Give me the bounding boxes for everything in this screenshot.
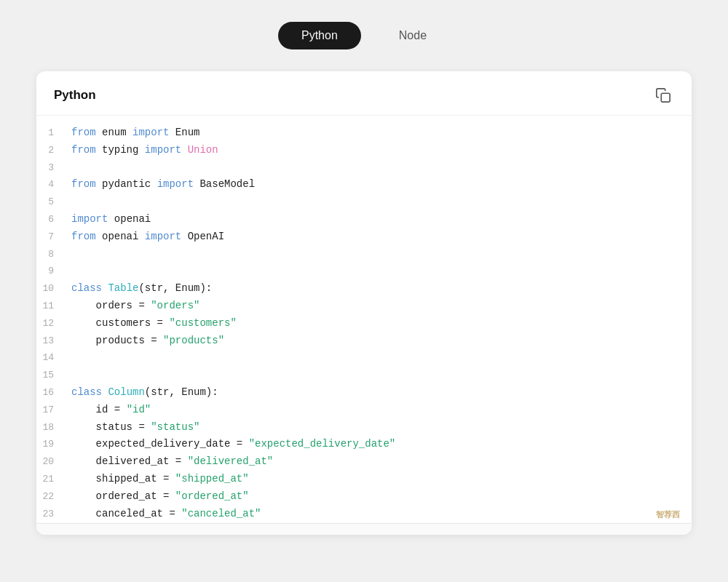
line-code xyxy=(71,522,692,523)
line-number: 21 xyxy=(36,471,71,487)
line-number: 8 xyxy=(36,247,71,263)
line-code: from typing import Union xyxy=(71,142,692,159)
tab-bar: Python Node xyxy=(278,22,450,49)
code-line: 2from typing import Union xyxy=(36,142,692,159)
code-line: 8 xyxy=(36,246,692,263)
line-number: 17 xyxy=(36,402,71,418)
line-number: 3 xyxy=(36,160,71,176)
line-number: 20 xyxy=(36,454,71,470)
line-code xyxy=(71,367,692,384)
line-number: 7 xyxy=(36,229,71,245)
line-number: 22 xyxy=(36,489,71,505)
panel-header: Python xyxy=(36,71,692,116)
line-number: 10 xyxy=(36,281,71,297)
code-line: 1from enum import Enum xyxy=(36,124,692,142)
code-line: 19 expected_delivery_date = "expected_de… xyxy=(36,436,692,453)
code-block: 1from enum import Enum2from typing impor… xyxy=(36,116,692,523)
horizontal-scrollbar[interactable] xyxy=(36,523,692,535)
line-code: shipped_at = "shipped_at" xyxy=(71,471,692,488)
line-number: 4 xyxy=(36,177,71,193)
code-line: 7from openai import OpenAI xyxy=(36,228,692,246)
line-code: canceled_at = "canceled_at" xyxy=(71,506,692,523)
tab-node[interactable]: Node xyxy=(376,22,450,49)
line-code: id = "id" xyxy=(71,402,692,419)
line-number: 1 xyxy=(36,125,71,141)
panel-title: Python xyxy=(54,88,96,103)
line-number: 2 xyxy=(36,143,71,159)
line-number: 9 xyxy=(36,263,71,279)
code-line: 10class Table(str, Enum): xyxy=(36,280,692,298)
line-number: 14 xyxy=(36,350,71,366)
line-code: customers = "customers" xyxy=(71,315,692,332)
code-panel: Python 1from enum import Enum2from typin… xyxy=(36,71,692,535)
line-code: from pydantic import BaseModel xyxy=(71,176,692,194)
code-line: 6import openai xyxy=(36,211,692,228)
code-line: 21 shipped_at = "shipped_at" xyxy=(36,471,692,488)
svg-rect-0 xyxy=(661,93,670,102)
line-number: 18 xyxy=(36,420,71,436)
code-line: 11 orders = "orders" xyxy=(36,298,692,315)
code-line: 4from pydantic import BaseModel xyxy=(36,176,692,194)
tab-python[interactable]: Python xyxy=(278,22,361,49)
code-line: 15 xyxy=(36,367,692,384)
line-number: 6 xyxy=(36,212,71,228)
code-line: 3 xyxy=(36,159,692,177)
line-code: status = "status" xyxy=(71,419,692,436)
line-number: 23 xyxy=(36,506,71,522)
line-code xyxy=(71,159,692,177)
line-code: ordered_at = "ordered_at" xyxy=(71,488,692,506)
line-number: 15 xyxy=(36,367,71,383)
line-code: class Table(str, Enum): xyxy=(71,280,692,298)
code-line: 14 xyxy=(36,349,692,367)
line-code xyxy=(71,349,692,367)
line-number: 13 xyxy=(36,333,71,349)
line-code: orders = "orders" xyxy=(71,298,692,315)
line-number: 12 xyxy=(36,316,71,332)
code-line: 18 status = "status" xyxy=(36,419,692,436)
line-number: 19 xyxy=(36,436,71,453)
code-line: 20 delivered_at = "delivered_at" xyxy=(36,453,692,471)
line-number: 5 xyxy=(36,194,71,210)
line-code: products = "products" xyxy=(71,332,692,350)
line-code xyxy=(71,263,692,280)
line-number: 16 xyxy=(36,385,71,401)
code-line: 13 products = "products" xyxy=(36,332,692,350)
code-line: 12 customers = "customers" xyxy=(36,315,692,332)
code-line: 23 canceled_at = "canceled_at" xyxy=(36,506,692,523)
line-code: class Column(str, Enum): xyxy=(71,384,692,402)
line-code xyxy=(71,246,692,263)
code-line: 24 xyxy=(36,522,692,523)
line-code: import openai xyxy=(71,211,692,228)
line-code: from openai import OpenAI xyxy=(71,228,692,246)
code-scroll-area[interactable]: 1from enum import Enum2from typing impor… xyxy=(36,116,692,523)
line-number: 11 xyxy=(36,298,71,314)
line-code: expected_delivery_date = "expected_deliv… xyxy=(71,436,692,453)
code-line: 22 ordered_at = "ordered_at" xyxy=(36,488,692,506)
code-line: 16class Column(str, Enum): xyxy=(36,384,692,402)
line-code: from enum import Enum xyxy=(71,124,692,142)
code-line: 9 xyxy=(36,263,692,280)
line-code xyxy=(71,194,692,211)
code-line: 17 id = "id" xyxy=(36,402,692,419)
line-code: delivered_at = "delivered_at" xyxy=(71,453,692,471)
code-line: 5 xyxy=(36,194,692,211)
copy-button[interactable] xyxy=(652,84,674,106)
